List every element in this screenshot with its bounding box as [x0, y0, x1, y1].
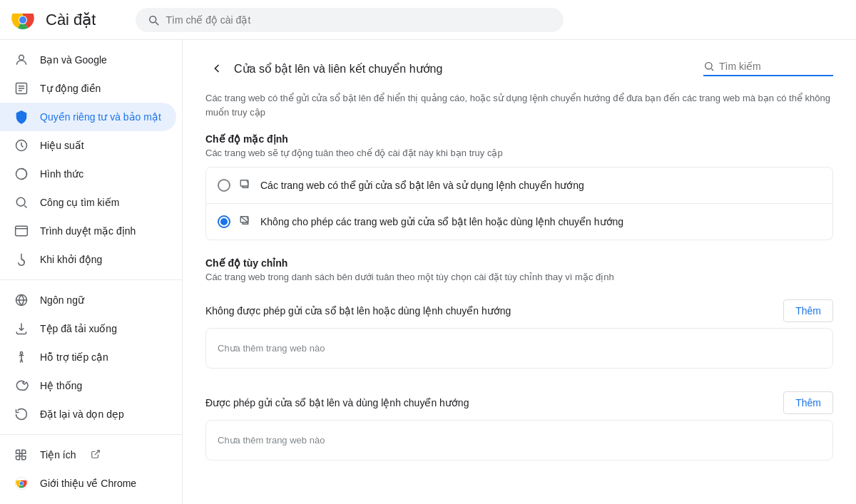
svg-rect-9 — [16, 226, 28, 235]
svg-line-19 — [240, 217, 248, 222]
extensions-icon — [14, 448, 29, 462]
sidebar: Bạn và Google Tự động điền Quyền riêng t… — [0, 40, 183, 504]
sidebar-label: Trình duyệt mặc định — [40, 225, 136, 237]
radio-group: Các trang web có thể gửi cửa sổ bật lên … — [205, 167, 833, 240]
sidebar-item-dat-lai-va-don-dep[interactable]: Đặt lại và dọn dẹp — [0, 400, 176, 428]
sidebar-divider-2 — [0, 434, 182, 435]
add-button-block-2[interactable]: Thêm — [783, 391, 833, 414]
sidebar-label: Ngôn ngữ — [40, 294, 84, 306]
sidebar-label: Hình thức — [40, 168, 83, 180]
appearance-icon — [14, 167, 29, 181]
sidebar-label: Đặt lại và dọn dẹp — [40, 408, 124, 420]
downloads-icon — [14, 322, 29, 336]
content-title: Cửa sổ bật lên và liên kết chuyển hướng — [234, 62, 442, 76]
sidebar-item-tien-ich[interactable]: Tiện ích — [0, 441, 176, 469]
empty-block-2: Chưa thêm trang web nào — [205, 420, 833, 461]
custom-block-label-1: Không được phép gửi cửa sổ bật lên hoặc … — [205, 305, 511, 317]
page-description: Các trang web có thể gửi cửa sổ bật lên … — [205, 91, 833, 119]
main-layout: Bạn và Google Tự động điền Quyền riêng t… — [0, 40, 856, 504]
content-search-bar[interactable] — [703, 61, 833, 76]
popup-allow-icon — [239, 178, 252, 193]
sidebar-label: Hệ thống — [40, 380, 82, 391]
svg-point-8 — [16, 197, 25, 206]
system-icon — [14, 379, 29, 393]
autofill-icon — [14, 81, 29, 96]
content-search-input[interactable] — [719, 61, 833, 72]
radio-option-allow[interactable]: Các trang web có thể gửi cửa sổ bật lên … — [205, 167, 833, 204]
sidebar-item-hieu-suat[interactable]: Hiệu suất — [0, 131, 176, 160]
default-mode-title: Chế độ mặc định — [205, 133, 833, 145]
reset-icon — [14, 407, 29, 421]
page-title: Cài đặt — [46, 11, 96, 29]
add-button-block-1[interactable]: Thêm — [783, 299, 833, 322]
top-search-bar[interactable] — [136, 8, 564, 32]
custom-block-header-2: Được phép gửi cửa sổ bật lên và dùng lện… — [205, 383, 833, 420]
sidebar-label: Giới thiệu về Chrome — [40, 478, 136, 489]
content-header: Cửa sổ bật lên và liên kết chuyển hướng — [205, 57, 833, 80]
svg-point-11 — [20, 352, 22, 354]
svg-point-3 — [19, 16, 26, 24]
custom-mode-desc: Các trang web trong danh sách bên dưới t… — [205, 272, 833, 282]
sidebar-item-cong-cu-tim-kiem[interactable]: Công cụ tìm kiếm — [0, 188, 176, 217]
default-mode-desc: Các trang web sẽ tự động tuân theo chế đ… — [205, 148, 833, 158]
back-button[interactable] — [205, 57, 228, 80]
sidebar-label: Tự động điền — [40, 83, 101, 94]
empty-block-1: Chưa thêm trang web nào — [205, 328, 833, 369]
popup-block-icon — [239, 214, 252, 230]
svg-point-15 — [20, 482, 24, 485]
search-icon — [147, 14, 160, 26]
sidebar-item-he-thong[interactable]: Hệ thống — [0, 371, 176, 400]
sidebar-item-quyen-rieng-tu[interactable]: Quyền riêng tư và bảo mật — [0, 103, 176, 131]
chrome-logo — [11, 9, 34, 31]
radio-label-allow: Các trang web có thể gửi cửa sổ bật lên … — [260, 180, 584, 191]
radio-label-block: Không cho phép các trang web gửi cửa sổ … — [260, 216, 623, 227]
sidebar-item-hinh-thuc[interactable]: Hình thức — [0, 160, 176, 188]
language-icon — [14, 293, 29, 307]
content-header-left: Cửa sổ bật lên và liên kết chuyển hướng — [205, 57, 442, 80]
custom-block-header-1: Không được phép gửi cửa sổ bật lên hoặc … — [205, 291, 833, 328]
person-icon — [14, 53, 29, 67]
empty-text-2: Chưa thêm trang web nào — [218, 435, 325, 446]
svg-point-4 — [19, 55, 24, 60]
content-search-icon — [703, 61, 715, 72]
default-mode-section: Chế độ mặc định Các trang web sẽ tự động… — [205, 133, 833, 240]
search-engine-icon — [14, 195, 29, 210]
content-area: Cửa sổ bật lên và liên kết chuyển hướng … — [183, 40, 856, 504]
radio-circle-block — [218, 215, 230, 228]
sidebar-item-tep-da-tai-xuong[interactable]: Tệp đã tải xuống — [0, 314, 176, 343]
sidebar-label: Tiện ích — [40, 449, 76, 461]
default-browser-icon — [14, 224, 29, 238]
sidebar-label: Hỗ trợ tiếp cận — [40, 351, 108, 363]
performance-icon — [14, 138, 29, 153]
custom-mode-title: Chế độ tùy chỉnh — [205, 257, 833, 269]
sidebar-divider-1 — [0, 279, 182, 280]
accessibility-icon — [14, 350, 29, 364]
sidebar-label: Công cụ tìm kiếm — [40, 197, 119, 208]
custom-block-allowed: Được phép gửi cửa sổ bật lên và dùng lện… — [205, 383, 833, 461]
sidebar-label: Tệp đã tải xuống — [40, 323, 117, 334]
shield-icon — [14, 110, 29, 124]
sidebar-label: Bạn và Google — [40, 54, 107, 66]
custom-mode-section: Chế độ tùy chỉnh Các trang web trong dan… — [205, 257, 833, 461]
sidebar-item-trinh-duyet-mac-dinh[interactable]: Trình duyệt mặc định — [0, 217, 176, 245]
sidebar-label: Hiệu suất — [40, 140, 84, 151]
sidebar-label: Quyền riêng tư và bảo mật — [40, 111, 161, 123]
sidebar-item-ban-va-google[interactable]: Bạn và Google — [0, 46, 176, 74]
custom-block-label-2: Được phép gửi cửa sổ bật lên và dùng lện… — [205, 397, 469, 408]
sidebar-label: Khi khởi động — [40, 254, 102, 265]
about-icon — [14, 476, 29, 490]
top-bar: Cài đặt — [0, 0, 856, 40]
sidebar-item-gioi-thieu[interactable]: Giới thiệu về Chrome — [0, 469, 176, 498]
search-input[interactable] — [165, 14, 552, 26]
sidebar-item-ho-tro-tiep-can[interactable]: Hỗ trợ tiếp cận — [0, 343, 176, 371]
empty-text-1: Chưa thêm trang web nào — [218, 343, 325, 354]
svg-point-16 — [705, 63, 712, 69]
svg-rect-17 — [240, 180, 248, 186]
radio-option-block[interactable]: Không cho phép các trang web gửi cửa sổ … — [205, 204, 833, 240]
radio-circle-allow — [218, 179, 230, 192]
custom-block-not-allowed: Không được phép gửi cửa sổ bật lên hoặc … — [205, 291, 833, 369]
sidebar-item-tu-dong-dien[interactable]: Tự động điền — [0, 74, 176, 103]
sidebar-item-ngon-ngu[interactable]: Ngôn ngữ — [0, 286, 176, 314]
startup-icon — [14, 252, 29, 267]
sidebar-item-khi-khoi-dong[interactable]: Khi khởi động — [0, 245, 176, 274]
